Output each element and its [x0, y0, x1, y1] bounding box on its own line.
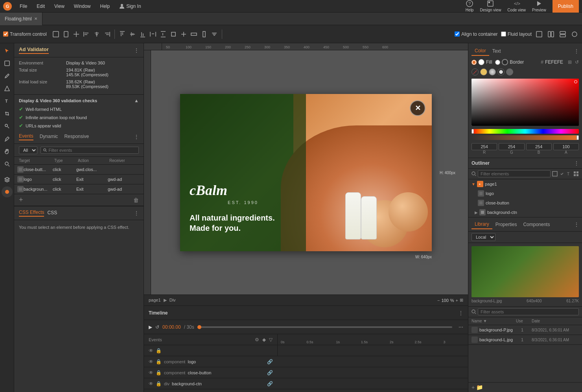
timeline-loop-icon[interactable]: ↺	[155, 324, 159, 330]
event-row-2[interactable]: logo click Exit gwd-ad	[14, 175, 144, 184]
timeline-row-close-lock[interactable]: 🔒	[156, 370, 162, 375]
dynamic-tab[interactable]: Dynamic	[40, 134, 58, 140]
color-panel-menu-icon[interactable]: ⋮	[574, 48, 579, 54]
swatch-dark[interactable]	[506, 68, 513, 75]
left-icon-pen[interactable]	[1, 70, 13, 82]
align-container-checkbox[interactable]	[455, 31, 460, 37]
toolbar-align-right-icon[interactable]	[103, 30, 111, 39]
color-copy-icon[interactable]: ⊞	[568, 59, 572, 65]
zoom-plus-icon[interactable]: +	[456, 298, 458, 303]
menu-file[interactable]: File	[18, 4, 29, 9]
color-tab[interactable]: Color	[471, 46, 489, 56]
timeline-row-logo-link[interactable]: 🔗	[267, 359, 273, 364]
swatch-radial[interactable]	[497, 68, 505, 75]
toolbar-rotate-icon[interactable]	[62, 30, 70, 39]
color-alpha-thumb[interactable]	[576, 135, 579, 140]
fluid-layout-checkbox[interactable]	[501, 31, 506, 37]
timeline-lock-icon[interactable]: 🔒	[156, 348, 162, 353]
timeline-row-logo-lock[interactable]: 🔒	[156, 359, 162, 364]
left-icon-shape[interactable]	[1, 83, 13, 94]
timeline-row-bg-eye[interactable]: 👁	[149, 381, 153, 386]
toolbar-layout-2-icon[interactable]	[547, 30, 555, 39]
color-a-value[interactable]: 100	[553, 143, 579, 150]
transform-control-checkbox[interactable]	[3, 31, 8, 37]
timeline-delete-icon[interactable]: ▽	[269, 337, 273, 342]
toolbar-move-icon[interactable]	[52, 30, 60, 39]
css-tab-menu-icon[interactable]: ⋮	[134, 210, 139, 216]
left-icon-select[interactable]	[1, 57, 13, 69]
outliner-text-filter-icon[interactable]: T	[566, 171, 572, 177]
events-type-select[interactable]: All	[19, 146, 37, 154]
border-radio[interactable]	[495, 60, 500, 65]
color-g-value[interactable]: 254	[499, 143, 524, 150]
swatch-none[interactable]	[471, 68, 479, 75]
asset-row-2[interactable]: background-L.jpg 1 8/3/2021, 6:36:01 AM	[468, 335, 582, 345]
left-icon-paint[interactable]	[1, 120, 13, 132]
toolbar-layout-4-icon[interactable]	[570, 30, 579, 39]
menu-view[interactable]: View	[53, 4, 66, 9]
toolbar-align-top-icon[interactable]	[118, 30, 127, 39]
preview-icon-group[interactable]: Preview	[532, 0, 546, 12]
zoom-fit-icon[interactable]: ⊞	[460, 298, 463, 303]
properties-tab[interactable]: Properties	[492, 220, 520, 229]
responsive-tab[interactable]: Responsive	[64, 134, 89, 140]
outliner-img-filter-icon[interactable]	[552, 171, 558, 177]
menu-window[interactable]: Window	[72, 4, 92, 9]
library-menu-icon[interactable]: ⋮	[574, 222, 579, 227]
fill-radio[interactable]	[471, 60, 477, 65]
outliner-menu-icon[interactable]: ⋮	[574, 160, 579, 166]
timeline-eye-icon[interactable]: 👁	[149, 348, 153, 353]
file-tab[interactable]: Floating.html ✕	[0, 13, 42, 25]
align-container-group[interactable]: Align to container	[455, 31, 498, 37]
color-hue-slider[interactable]	[471, 129, 579, 134]
outliner-filter-input[interactable]	[478, 170, 551, 177]
outliner-logo[interactable]: logo	[468, 189, 582, 198]
library-scope-select[interactable]: Local	[471, 233, 495, 241]
border-option[interactable]: Border	[495, 59, 524, 65]
toolbar-more-icon[interactable]	[210, 30, 219, 39]
events-tab[interactable]: Events	[19, 133, 33, 140]
swatch-1[interactable]	[480, 68, 487, 75]
outliner-page1[interactable]: ▼ ✦ page1	[468, 179, 582, 189]
zoom-minus-icon[interactable]: −	[437, 298, 440, 303]
fill-option[interactable]: Fill	[471, 59, 492, 65]
timeline-row-bg-link[interactable]: 🔗	[267, 381, 273, 386]
event-row-3[interactable]: backgroun... click Exit gwd-ad	[14, 184, 144, 194]
left-icon-components[interactable]	[2, 186, 13, 197]
outliner-grid-filter-icon[interactable]	[573, 171, 579, 177]
timeline-progress-bar[interactable]	[197, 326, 452, 328]
toolbar-layout-1-icon[interactable]	[535, 30, 543, 39]
timeline-progress-dot[interactable]	[197, 325, 201, 329]
toolbar-layout-3-icon[interactable]	[558, 30, 567, 39]
color-picker-gradient[interactable]	[471, 79, 579, 126]
components-tab[interactable]: Components	[520, 220, 553, 229]
add-event-icon[interactable]: +	[19, 196, 23, 204]
timeline-row-bg-lock[interactable]: 🔒	[156, 381, 162, 386]
outliner-background-ctn[interactable]: ▶ background-ctn	[468, 208, 582, 217]
library-folder-icon[interactable]: 📁	[476, 384, 483, 390]
menu-edit[interactable]: Edit	[35, 4, 46, 9]
color-alpha-slider[interactable]	[471, 135, 579, 140]
color-b-value[interactable]: 254	[526, 143, 552, 150]
swatch-gradient-1[interactable]	[489, 68, 496, 75]
ad-validator-menu-icon[interactable]: ⋮	[134, 48, 139, 53]
code-view-icon-group[interactable]: </> Code view	[507, 0, 526, 12]
timeline-row-logo-eye[interactable]: 👁	[149, 359, 153, 364]
timeline-settings-icon[interactable]: ⚙	[255, 337, 259, 342]
outliner-link-filter-icon[interactable]	[559, 171, 565, 177]
menu-help[interactable]: Help	[99, 4, 112, 9]
design-view-icon-group[interactable]: Design view	[480, 0, 501, 12]
toolbar-distribute-icon3[interactable]	[179, 30, 188, 39]
publish-button[interactable]: Publish	[553, 0, 579, 13]
events-tab-menu-icon[interactable]: ⋮	[134, 134, 139, 140]
toolbar-distribute-icon2[interactable]	[169, 30, 178, 39]
events-filter-input[interactable]	[48, 148, 136, 153]
library-filter-input[interactable]	[478, 308, 579, 315]
text-tab[interactable]: Text	[489, 47, 504, 55]
toolbar-distribute-h-icon[interactable]	[149, 30, 157, 39]
outliner-close-button[interactable]: close-button	[468, 198, 582, 208]
color-reset-icon[interactable]: ↺	[575, 59, 579, 65]
timeline-row-close-eye[interactable]: 👁	[149, 370, 153, 375]
timeline-menu-icon[interactable]: ⋮	[459, 310, 463, 316]
toolbar-align-center-h-icon[interactable]	[92, 30, 101, 39]
